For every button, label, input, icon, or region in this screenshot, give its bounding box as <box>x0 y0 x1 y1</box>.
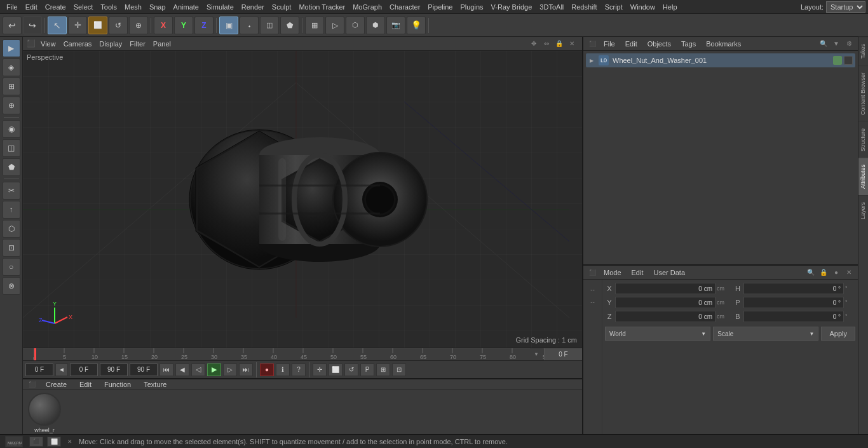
world-dropdown[interactable]: World ▼ <box>605 327 710 341</box>
menu-sculpt[interactable]: Sculpt <box>268 2 295 12</box>
sidebar-bridge-icon[interactable]: ⊡ <box>3 239 20 257</box>
sidebar-points-icon[interactable]: ◉ <box>3 120 20 138</box>
menu-character[interactable]: Character <box>386 2 424 12</box>
obj-search-icon[interactable]: 🔍 <box>818 39 829 49</box>
vtab-layers[interactable]: Layers <box>858 195 868 226</box>
x-axis-button[interactable]: X <box>154 17 173 34</box>
sidebar-edges-icon[interactable]: ◫ <box>3 139 20 157</box>
keyframe-auto-button[interactable]: ↺ <box>344 363 358 376</box>
menu-help[interactable]: Help <box>659 2 681 12</box>
transform-button[interactable]: ⊕ <box>129 17 148 34</box>
keyframe-sel-button[interactable]: ⬜ <box>329 363 342 376</box>
h-rot-input[interactable] <box>743 283 844 294</box>
status-extra-btn[interactable]: ⬜ <box>47 437 61 447</box>
vtab-structure[interactable]: Structure <box>858 121 868 158</box>
mat-texture-menu[interactable]: Texture <box>140 379 170 390</box>
attr-mode-menu[interactable]: Mode <box>600 268 625 278</box>
keyframe-add-button[interactable]: ✛ <box>313 363 327 376</box>
menu-file[interactable]: File <box>3 2 22 12</box>
vtab-takes[interactable]: Takes <box>858 37 868 65</box>
menu-render[interactable]: Render <box>238 2 268 12</box>
rotate-tool-button[interactable]: ↺ <box>109 17 128 34</box>
menu-edit[interactable]: Edit <box>22 2 41 12</box>
viewport-lock-icon[interactable]: 🔒 <box>554 39 564 49</box>
obj-vis-dot[interactable] <box>833 56 842 65</box>
z-axis-button[interactable]: Z <box>194 17 214 34</box>
playback-range-button[interactable]: ⊡ <box>392 363 406 376</box>
obj-bookmarks-menu[interactable]: Bookmarks <box>702 39 745 49</box>
menu-select[interactable]: Select <box>70 2 97 12</box>
sidebar-model-icon[interactable]: ▶ <box>3 39 20 57</box>
frame-end2-input[interactable] <box>130 363 158 376</box>
status-mode-btn[interactable]: ⬛ <box>29 437 43 447</box>
obj-filter-icon[interactable]: ▼ <box>831 39 841 49</box>
x-pos-input[interactable] <box>615 283 715 294</box>
menu-mograph[interactable]: MoGraph <box>349 2 386 12</box>
menu-plugins[interactable]: Plugins <box>456 2 487 12</box>
sidebar-polys-icon[interactable]: ⬟ <box>3 158 20 176</box>
render-view-button[interactable]: ▷ <box>325 17 344 34</box>
sidebar-motion-icon[interactable]: ⊞ <box>3 78 20 95</box>
obj-render-dot[interactable] <box>844 56 853 65</box>
viewport-panel-menu[interactable]: Panel <box>149 39 175 49</box>
viewport-filter-menu[interactable]: Filter <box>126 39 149 49</box>
menu-redshift[interactable]: Redshift <box>567 2 600 12</box>
attr-close-icon[interactable]: ✕ <box>844 268 854 278</box>
menu-window[interactable]: Window <box>627 2 659 12</box>
menu-tools[interactable]: Tools <box>97 2 121 12</box>
b-rot-input[interactable] <box>743 311 844 322</box>
attr-search-icon[interactable]: 🔍 <box>806 268 816 278</box>
mat-edit-menu[interactable]: Edit <box>76 379 95 390</box>
render-picture-button[interactable]: ⬡ <box>346 17 365 34</box>
record-info-button[interactable]: ℹ <box>276 363 290 376</box>
frame-counter-expand[interactable]: ▼ <box>530 348 543 360</box>
menu-simulate[interactable]: Simulate <box>203 2 238 12</box>
layout-select[interactable]: Startup <box>826 1 865 13</box>
edge-mode-button[interactable]: ◫ <box>260 17 279 34</box>
material-thumbnail-slot[interactable]: wheel_r <box>28 393 61 433</box>
vtab-attributes[interactable]: Attributes <box>858 158 868 195</box>
object-row-wheel-nut[interactable]: ▶ L0 Wheel_Nut_And_Washer_001 <box>586 53 855 67</box>
mat-create-menu[interactable]: Create <box>42 379 71 390</box>
render-region-button[interactable]: ▦ <box>305 17 324 34</box>
playback-help-button[interactable]: ? <box>292 363 306 376</box>
attr-lock-icon[interactable]: 🔒 <box>818 268 829 278</box>
sidebar-loop-icon[interactable]: ○ <box>3 258 20 276</box>
scale-dropdown[interactable]: Scale ▼ <box>713 327 818 341</box>
frame-start-input[interactable] <box>25 363 53 376</box>
frame-end-input[interactable] <box>100 363 128 376</box>
menu-vray[interactable]: V-Ray Bridge <box>487 2 536 12</box>
apply-button[interactable]: Apply <box>821 327 855 341</box>
point-mode-button[interactable]: ⬩ <box>240 17 259 34</box>
sidebar-sculpt-icon[interactable]: ◈ <box>3 58 20 76</box>
menu-3dtoall[interactable]: 3DToAll <box>536 2 567 12</box>
sidebar-extrude-icon[interactable]: ↑ <box>3 201 20 219</box>
viewport-move-icon[interactable]: ⇔ <box>541 39 552 49</box>
object-mode-button[interactable]: ▣ <box>219 17 238 34</box>
light-button[interactable]: 💡 <box>407 17 426 34</box>
sidebar-mirror-icon[interactable]: ⊗ <box>3 277 20 295</box>
motion-path-button[interactable]: P <box>360 363 374 376</box>
sidebar-bevel-icon[interactable]: ⬡ <box>3 220 20 238</box>
viewport-close-icon[interactable]: ✕ <box>567 39 577 49</box>
select-tool-button[interactable]: ↖ <box>48 17 67 34</box>
record-button[interactable]: ● <box>260 363 274 376</box>
menu-animate[interactable]: Animate <box>170 2 203 12</box>
obj-tags-menu[interactable]: Tags <box>677 39 700 49</box>
frame-prev-small[interactable]: ◄ <box>55 363 68 376</box>
menu-create[interactable]: Create <box>41 2 70 12</box>
obj-expand-icon[interactable]: ▶ <box>588 57 595 64</box>
next-frame-button[interactable]: ▷ <box>223 363 237 376</box>
menu-mesh[interactable]: Mesh <box>121 2 146 12</box>
viewport-cameras-menu[interactable]: Cameras <box>60 39 96 49</box>
move-tool-button[interactable]: ✛ <box>68 17 87 34</box>
menu-script[interactable]: Script <box>601 2 627 12</box>
scale-tool-button[interactable]: ⬜ <box>88 17 107 34</box>
menu-motion-tracker[interactable]: Motion Tracker <box>295 2 349 12</box>
vtab-content-browser[interactable]: Content Browser <box>858 65 868 121</box>
p-rot-input[interactable] <box>743 297 844 308</box>
obj-edit-menu[interactable]: Edit <box>621 39 641 49</box>
y-pos-input[interactable] <box>615 297 715 308</box>
obj-file-menu[interactable]: File <box>600 39 619 49</box>
y-axis-button[interactable]: Y <box>174 17 193 34</box>
